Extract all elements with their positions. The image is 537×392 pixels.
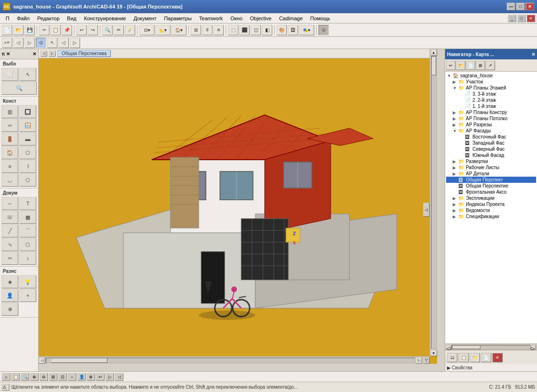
tree-ar-fasady[interactable]: ▼ 📁 АР Фасады — [446, 128, 536, 134]
new-button[interactable]: 📄 — [2, 25, 12, 35]
3d-view2[interactable]: ⬛ — [239, 25, 250, 35]
footer-btn-2[interactable]: 📋 — [458, 353, 469, 362]
3d-view4[interactable]: ◧ — [262, 25, 272, 35]
tree-obsh-perspektie[interactable]: ▶ 🖼 Общая Перспектие — [446, 183, 536, 189]
tree-scroll-left[interactable]: ◁ — [446, 345, 452, 350]
fill-tool[interactable]: ▩ — [19, 211, 36, 224]
tree-scroll-right[interactable]: ▷ — [530, 345, 536, 350]
cut-button[interactable]: ✂ — [39, 25, 49, 35]
bottom-icon-6[interactable]: ⊞ — [49, 373, 57, 381]
bottom-icon-9[interactable]: 👤 — [77, 373, 86, 381]
grid-btn[interactable]: ⊞ — [191, 25, 201, 35]
3d-view3[interactable]: ◫ — [251, 25, 261, 35]
figure-tool[interactable]: 👤 — [1, 289, 18, 302]
tree-eksplikatsii[interactable]: ▶ 📁 Экспликации — [446, 195, 536, 201]
h-scroll-thumb[interactable] — [51, 358, 107, 363]
tree-zapad[interactable]: ▶ 🖼 Западный Фас — [446, 140, 536, 146]
beam-tool[interactable]: ═ — [1, 119, 18, 132]
view-dropdown[interactable]: 🏠▾ — [171, 25, 187, 35]
collapse-btn-left[interactable]: ◁ — [423, 203, 430, 217]
expand-icon[interactable]: ▶ — [453, 80, 458, 84]
arrow-select[interactable]: ↖ — [47, 38, 57, 48]
menu-document[interactable]: Документ — [130, 15, 160, 22]
tree-root[interactable]: ▼ 🏠 sagrana_house — [446, 73, 536, 79]
status-icon-left[interactable]: ⚠ — [2, 384, 9, 391]
footer-btn-3[interactable]: 📁 — [470, 353, 480, 362]
line-tool[interactable]: ╱ — [1, 224, 18, 237]
poly-tool[interactable]: ⬡ — [19, 238, 36, 251]
bottom-icon-13[interactable]: ◁ — [115, 373, 123, 381]
elev-tool[interactable]: ↕ — [19, 252, 36, 265]
tree-ar-konstr[interactable]: ▶ 📁 АР Планы Констру — [446, 109, 536, 115]
menu-options[interactable]: Параметры — [160, 15, 195, 22]
footer-btn-1[interactable]: 🗂 — [447, 353, 457, 362]
bottom-icon-11[interactable]: ↩ — [96, 373, 105, 381]
tree-indeksy[interactable]: ▶ 📁 Индексы Проекта — [446, 201, 536, 207]
roof-tool[interactable]: 🏠 — [1, 146, 18, 159]
navigator-close[interactable]: ✕ — [531, 52, 535, 57]
pencil-tool[interactable]: ✏ — [114, 25, 124, 35]
menu-maximize[interactable]: □ — [517, 15, 526, 22]
tree-yug[interactable]: ▶ 🖼 Южный Фасад — [446, 152, 536, 158]
tree-sever[interactable]: ▶ 🖼 Северный Фас — [446, 146, 536, 152]
tree-ar-razrezy[interactable]: ▶ 📁 АР Разрезы — [446, 122, 536, 128]
bottom-icon-5[interactable]: ⊖ — [40, 373, 48, 381]
expand-left[interactable]: ◁ — [13, 38, 24, 48]
slab-tool[interactable]: ▬ — [19, 132, 36, 146]
footer-btn-4[interactable]: 📄 — [481, 353, 491, 362]
scroll-left-btn[interactable]: ◁ — [39, 357, 45, 364]
menu-close[interactable]: ✕ — [527, 15, 535, 22]
tree-rablisty[interactable]: ▶ 📁 Рабочие Листы — [446, 164, 536, 171]
root-expand[interactable]: ▼ — [447, 74, 453, 78]
copy-button[interactable]: 📋 — [50, 25, 61, 35]
bottom-icon-8[interactable]: ↔ — [68, 373, 76, 381]
arc-tool[interactable]: ⌒ — [19, 224, 36, 237]
tree-vedomosti[interactable]: ▶ 📁 Ведомости — [446, 207, 536, 213]
menu-cadimage[interactable]: Cadimage — [275, 15, 306, 22]
zoom-fit[interactable]: 🔍 — [102, 25, 113, 35]
magic-wand[interactable]: 🪄 — [125, 25, 135, 35]
close-button[interactable]: ✕ — [526, 3, 534, 10]
object-tool[interactable]: ◈ — [1, 275, 18, 288]
title-scroll-right[interactable]: ▷ — [49, 51, 56, 57]
origin-btn[interactable]: # — [202, 25, 212, 35]
bottom-icon-2[interactable]: 📋 — [11, 373, 20, 381]
3d-view1[interactable]: ⬚ — [228, 25, 238, 35]
coord-tool[interactable]: + — [19, 289, 36, 302]
menu-view[interactable]: Вид — [63, 15, 80, 22]
redo-button[interactable]: ↪ — [88, 25, 98, 35]
h-scrollbar[interactable]: ◁ ▷ ▽ — [39, 356, 430, 364]
close-view[interactable]: ✕ — [213, 25, 224, 35]
zoom-tool[interactable]: 🔍 — [1, 82, 37, 95]
bottom-icon-3[interactable]: 🔍 — [21, 373, 29, 381]
bottom-icon-12[interactable]: ▷ — [106, 373, 114, 381]
scroll-right-btn[interactable]: ▷ — [415, 357, 422, 364]
collapse-btn-bottom[interactable]: ▽ — [423, 357, 430, 364]
active-render[interactable]: ⊙ — [318, 25, 329, 35]
railing-tool[interactable]: ⌇ — [19, 160, 36, 173]
tree-floor3[interactable]: ▶ 📄 3. 3-й этаж — [446, 91, 536, 97]
menu-edit[interactable]: Редактор — [33, 15, 63, 22]
undo-button[interactable]: ↩ — [76, 25, 87, 35]
3d-viewport[interactable]: ◁ ▷ Общая Перспектива — [39, 49, 437, 364]
bottom-icon-10[interactable]: ⊕ — [87, 373, 95, 381]
nav-new-btn[interactable]: 📄 — [466, 61, 475, 70]
text-tool[interactable]: T — [19, 197, 36, 210]
door-tool[interactable]: 🚪 — [1, 132, 18, 146]
tree-uchastok[interactable]: ▶ 📁 Участок — [446, 79, 536, 85]
spline-tool[interactable]: ∿ — [1, 238, 18, 251]
tree-obsh-persp-selected[interactable]: ▶ 🖼 Общая Перспект — [446, 177, 536, 183]
morph-tool[interactable]: ⬠ — [19, 173, 36, 187]
mesh-tool[interactable]: ⬡ — [19, 146, 36, 159]
tree-spetsifikatsii[interactable]: ▶ 📁 Спецификации — [446, 213, 536, 220]
properties-section[interactable]: ▶ Свойства — [445, 364, 537, 371]
section-tool[interactable]: ✂ — [1, 252, 18, 265]
paste-button[interactable]: 📌 — [62, 25, 72, 35]
window-tool[interactable]: 🪟 — [19, 119, 36, 132]
nav-folder-btn[interactable]: 📂 — [456, 61, 465, 70]
nav-left1[interactable]: ◁ — [58, 38, 69, 48]
color-dropdown[interactable]: 🎭▾ — [299, 25, 314, 35]
expand-right[interactable]: ▷ — [24, 38, 35, 48]
scroll-up-btn[interactable]: ▲ — [431, 49, 437, 56]
tree-razvertki[interactable]: ▶ 📁 Развертки — [446, 158, 536, 164]
